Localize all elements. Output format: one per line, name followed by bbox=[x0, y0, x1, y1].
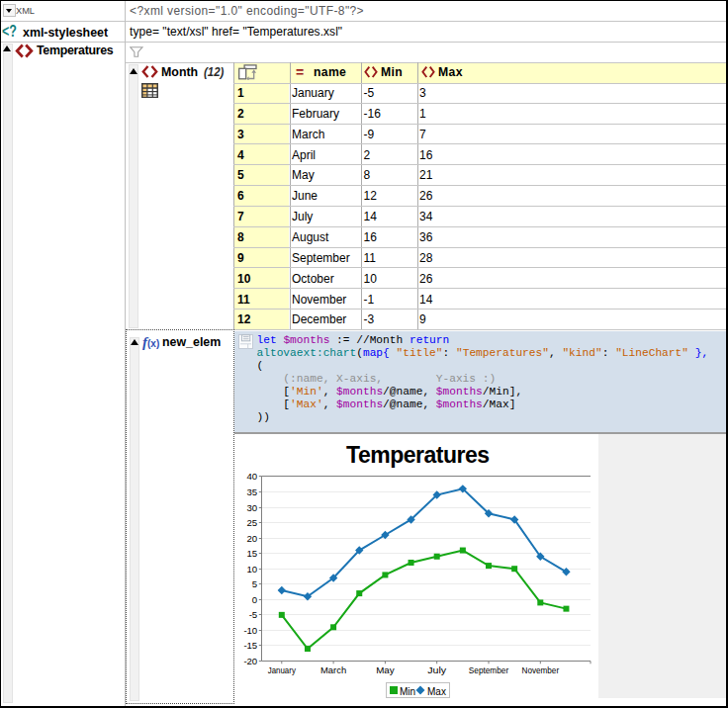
svg-text:10: 10 bbox=[247, 564, 257, 575]
svg-text:40: 40 bbox=[247, 471, 257, 482]
svg-text:-10: -10 bbox=[244, 625, 257, 636]
svg-text:-20: -20 bbox=[244, 656, 257, 666]
svg-text:15: 15 bbox=[247, 548, 257, 559]
svg-text:January: January bbox=[268, 664, 296, 675]
svg-text:September: September bbox=[469, 664, 508, 675]
svg-text:July: July bbox=[427, 664, 446, 675]
svg-text:November: November bbox=[522, 664, 560, 675]
svg-text:5: 5 bbox=[252, 578, 257, 589]
svg-text:-5: -5 bbox=[249, 609, 257, 620]
svg-text:-15: -15 bbox=[244, 640, 257, 651]
svg-text:May: May bbox=[376, 664, 395, 675]
svg-text:Max: Max bbox=[427, 686, 446, 697]
svg-text:Min: Min bbox=[400, 686, 415, 697]
svg-text:35: 35 bbox=[247, 487, 257, 497]
svg-text:30: 30 bbox=[247, 502, 257, 513]
svg-text:25: 25 bbox=[247, 517, 257, 528]
svg-text:Temperatures: Temperatures bbox=[346, 442, 489, 468]
svg-text:March: March bbox=[320, 664, 346, 675]
svg-text:0: 0 bbox=[252, 594, 257, 605]
svg-text:20: 20 bbox=[247, 533, 257, 544]
